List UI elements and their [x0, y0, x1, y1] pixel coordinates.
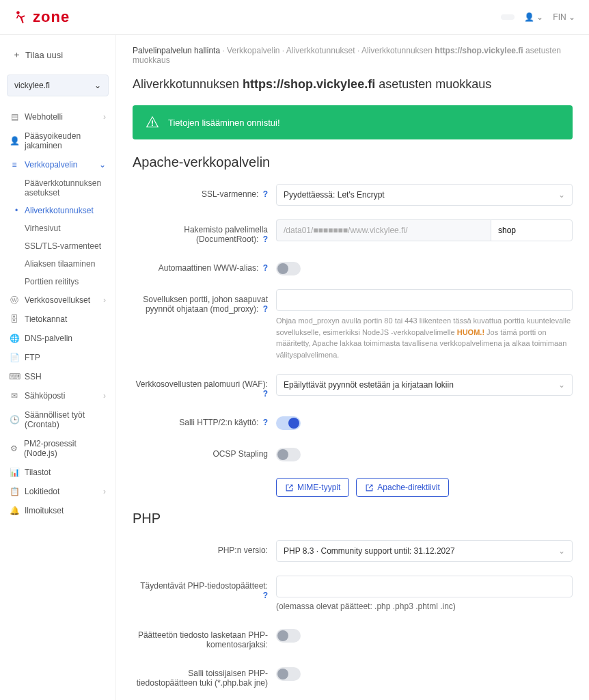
stack-icon: ≡ [10, 160, 19, 170]
warning-triangle-icon [145, 115, 160, 130]
log-icon: 📋 [10, 487, 19, 496]
sidebar-item-label: SSH [25, 372, 42, 381]
breadcrumb-root[interactable]: Palvelinpalvelun hallinta [133, 46, 220, 55]
docroot-prefix: /data01/■■■■■■■/www.vickylee.fi/ [276, 219, 491, 241]
php-noext-toggle[interactable] [276, 629, 301, 643]
page-title: Aliverkkotunnuksen https://shop.vickylee… [133, 77, 573, 92]
sidebar-item-label: Lokitiedot [25, 487, 59, 496]
sidebar-item-ssh[interactable]: ⌨SSH [7, 367, 109, 386]
logo[interactable]: zone [14, 8, 70, 26]
breadcrumb-tail-pre: Aliverkkotunnuksen [361, 46, 435, 55]
sidebar-item-tilastot[interactable]: 📊Tilastot [7, 463, 109, 482]
sidebar-subitem[interactable]: Pääverkkotunnuksen asetukset [22, 174, 109, 202]
sidebar-item-dns-palvelin[interactable]: 🌐DNS-palvelin [7, 329, 109, 348]
breadcrumb-tail-strong: https://shop.vickylee.fi [435, 46, 523, 55]
success-alert: Tietojen lisääminen onnistui! [133, 105, 573, 139]
sidebar-subitem[interactable]: Aliaksen tilaaminen [22, 255, 109, 273]
apache-directives-button[interactable]: Apache-direktiivit [356, 478, 448, 497]
sidebar-item-p-syoikeuden-jakaminen[interactable]: 👤Pääsyoikeuden jakaminen [7, 126, 109, 155]
sidebar: ＋ Tilaa uusi vickylee.fi ⌄ ▤Webhotelli👤P… [0, 35, 116, 700]
php-secondary-toggle[interactable] [276, 667, 301, 681]
waf-select[interactable]: Epäilyttävät pyynnöt estetään ja kirjata… [276, 374, 573, 396]
sidebar-item-label: Verkkopalvelin [25, 160, 77, 170]
lang-selector[interactable]: FIN ⌄ [553, 12, 575, 22]
logo-icon [14, 10, 29, 25]
process-icon: ⚙ [10, 444, 18, 453]
help-icon[interactable]: ? [263, 304, 268, 314]
sidebar-item-label: Sähköposti [25, 391, 65, 401]
sidebar-item-pm-prosessit-node-js-[interactable]: ⚙PM2-prosessit (Node.js) [7, 434, 109, 463]
sidebar-item-ftp[interactable]: 📄FTP [7, 348, 109, 367]
svg-point-0 [16, 11, 20, 14]
plus-icon: ＋ [12, 49, 21, 61]
help-icon[interactable]: ? [263, 189, 268, 199]
php-noext-label: Päätteetön tiedosto lasketaan PHP-koment… [138, 630, 268, 649]
sidebar-subitem[interactable]: SSL/TLS-varmenteet [22, 237, 109, 255]
sidebar-subitem[interactable]: Porttien reititys [22, 273, 109, 291]
file-icon: 📄 [10, 353, 19, 362]
app-port-label: Sovelluksen portti, johon saapuvat pyynn… [143, 295, 268, 314]
php-version-select[interactable]: PHP 8.3 · Community support until: 31.12… [276, 540, 573, 562]
logo-text: zone [33, 8, 70, 26]
apache-heading: Apache-verkkopalvelin [133, 154, 573, 170]
http2-label: Salli HTTP/2:n käyttö: [179, 418, 258, 427]
sidebar-item-ilmoitukset[interactable]: 🔔Ilmoitukset [7, 501, 109, 520]
sidebar-item-label: Verkkosovellukset [25, 295, 90, 305]
help-icon[interactable]: ? [263, 234, 268, 244]
ssl-select[interactable]: Pyydettäessä: Let's Encrypt [276, 184, 573, 206]
terminal-icon: ⌨ [10, 372, 19, 381]
order-new-button[interactable]: ＋ Tilaa uusi [7, 43, 109, 66]
sidebar-subitem[interactable]: Aliverkkotunnukset [22, 202, 109, 219]
php-ext-input[interactable] [276, 576, 573, 597]
help-icon[interactable]: ? [263, 418, 268, 427]
domain-selector[interactable]: vickylee.fi ⌄ [7, 75, 109, 96]
php-version-label: PHP:n versio: [218, 546, 268, 555]
header-right: 👤 ⌄ FIN ⌄ [501, 12, 575, 22]
breadcrumb: Palvelinpalvelun hallinta · Verkkopalvel… [133, 46, 573, 65]
sidebar-item-label: Ilmoitukset [25, 506, 64, 515]
sidebar-item-label: PM2-prosessit (Node.js) [24, 439, 106, 458]
www-alias-toggle[interactable] [276, 262, 301, 275]
svg-rect-2 [152, 124, 153, 126]
user-dropdown-icon[interactable]: 👤 ⌄ [524, 12, 543, 22]
user-name[interactable] [501, 14, 515, 20]
sidebar-subitem[interactable]: Virhesivut [22, 219, 109, 237]
sidebar-item-label: Säännölliset työt (Crontab) [25, 410, 106, 429]
main-content: Palvelinpalvelun hallinta · Verkkopalvel… [116, 35, 589, 700]
sidebar-item-s-nn-lliset-ty-t-crontab-[interactable]: 🕒Säännölliset työt (Crontab) [7, 405, 109, 434]
wp-icon: ⓦ [10, 295, 19, 305]
mime-types-button[interactable]: MIME-tyypit [276, 478, 349, 497]
php-heading: PHP [133, 511, 573, 526]
top-header: zone 👤 ⌄ FIN ⌄ [0, 0, 589, 35]
breadcrumb-p2[interactable]: Aliverkkotunnukset [286, 46, 355, 55]
user-icon: 👤 [10, 136, 19, 146]
bell-icon: 🔔 [10, 506, 19, 515]
help-icon[interactable]: ? [263, 263, 268, 273]
docroot-input[interactable] [491, 219, 573, 241]
breadcrumb-p1[interactable]: Verkkopalvelin [227, 46, 279, 55]
sidebar-item-label: FTP [25, 353, 40, 362]
svg-rect-1 [152, 120, 153, 124]
dns-icon: 🌐 [10, 334, 19, 343]
ocsp-label: OCSP Stapling [213, 449, 269, 459]
sidebar-item-s-hk-posti[interactable]: ✉Sähköposti [7, 386, 109, 405]
app-port-input[interactable] [276, 289, 573, 311]
docroot-label: Hakemisto palvelimella (DocumentRoot): [184, 225, 268, 244]
sidebar-item-webhotelli[interactable]: ▤Webhotelli [7, 107, 109, 126]
app-port-hint: Ohjaa mod_proxyn avulla portin 80 tai 44… [276, 315, 573, 360]
sidebar-item-verkkopalvelin[interactable]: ≡Verkkopalvelin [7, 155, 109, 174]
sidebar-item-verkkosovellukset[interactable]: ⓦVerkkosovellukset [7, 291, 109, 310]
help-icon[interactable]: ? [263, 591, 268, 600]
sidebar-item-lokitiedot[interactable]: 📋Lokitiedot [7, 482, 109, 501]
chevron-down-icon: ⌄ [94, 81, 101, 90]
stats-icon: 📊 [10, 468, 19, 477]
php-ext-label: Täydentävät PHP-tiedostopäätteet: [140, 581, 268, 591]
ocsp-toggle[interactable] [276, 448, 301, 461]
sidebar-item-tietokannat[interactable]: 🗄Tietokannat [7, 310, 109, 329]
help-icon[interactable]: ? [263, 389, 268, 399]
http2-toggle[interactable] [276, 416, 301, 430]
sidebar-item-label: DNS-palvelin [25, 334, 72, 343]
php-ext-note: (olemassa olevat päätteet: .php .php3 .p… [276, 602, 573, 611]
domain-selected: vickylee.fi [14, 81, 50, 90]
sidebar-item-label: Pääsyoikeuden jakaminen [25, 131, 106, 150]
